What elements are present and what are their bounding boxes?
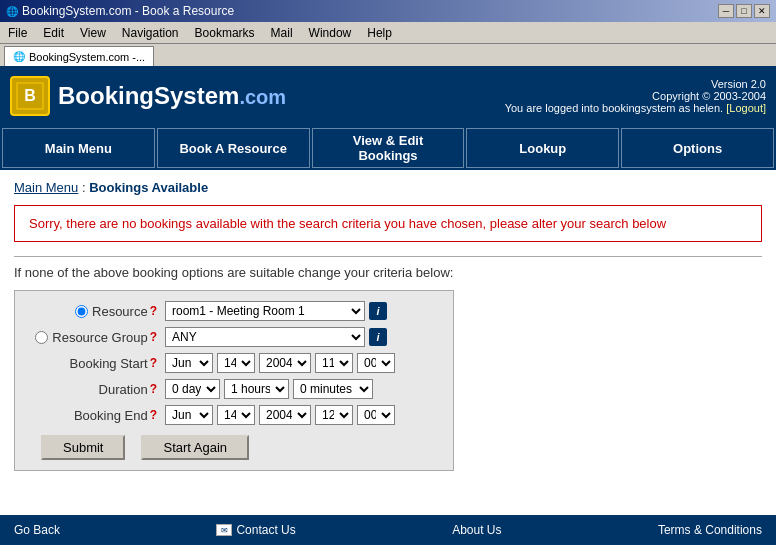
form-buttons: Submit Start Again [31, 435, 437, 460]
footer: Go Back ✉ Contact Us About Us Terms & Co… [0, 515, 776, 545]
resource-info-icon[interactable]: i [369, 302, 387, 320]
resource-group-help-icon[interactable]: ? [150, 330, 157, 344]
resource-group-label: Resource Group ? [31, 330, 161, 345]
menu-bar: File Edit View Navigation Bookmarks Mail… [0, 22, 776, 44]
nav-lookup[interactable]: Lookup [466, 128, 619, 168]
logo-main: BookingSystem [58, 82, 239, 109]
menu-window[interactable]: Window [305, 24, 356, 42]
resource-label: Resource ? [31, 304, 161, 319]
window: 🌐 BookingSystem.com - Book a Resource ─ … [0, 0, 776, 545]
resource-group-select[interactable]: ANY [165, 327, 365, 347]
duration-minutes-select[interactable]: 0 minutes 15 minutes 30 minutes 45 minut… [293, 379, 373, 399]
menu-edit[interactable]: Edit [39, 24, 68, 42]
header-right: Version 2.0 Copyright © 2003-2004 You ar… [505, 78, 766, 114]
breadcrumb-current: Bookings Available [89, 180, 208, 195]
window-title: BookingSystem.com - Book a Resource [22, 4, 234, 18]
duration-label: Duration ? [31, 382, 161, 397]
footer-contact-us[interactable]: Contact Us [236, 523, 295, 537]
breadcrumb-parent[interactable]: Main Menu [14, 180, 78, 195]
booking-start-year[interactable]: 2004 [259, 353, 311, 373]
resource-group-row: Resource Group ? ANY i [31, 327, 437, 347]
mail-icon: ✉ [216, 524, 232, 536]
error-box: Sorry, there are no bookings available w… [14, 205, 762, 242]
footer-about-us[interactable]: About Us [452, 523, 501, 537]
resource-help-icon[interactable]: ? [150, 304, 157, 318]
booking-end-hour[interactable]: 12 [315, 405, 353, 425]
maximize-button[interactable]: □ [736, 4, 752, 18]
menu-navigation[interactable]: Navigation [118, 24, 183, 42]
start-again-button[interactable]: Start Again [141, 435, 249, 460]
nav-book-resource[interactable]: Book A Resource [157, 128, 310, 168]
title-bar: 🌐 BookingSystem.com - Book a Resource ─ … [0, 0, 776, 22]
criteria-text: If none of the above booking options are… [14, 265, 762, 280]
menu-file[interactable]: File [4, 24, 31, 42]
duration-help-icon[interactable]: ? [150, 382, 157, 396]
nav-options[interactable]: Options [621, 128, 774, 168]
browser-tab[interactable]: 🌐 BookingSystem.com -... [4, 46, 154, 66]
nav-view-edit[interactable]: View & Edit Bookings [312, 128, 465, 168]
resource-radio[interactable] [75, 305, 88, 318]
booking-start-hour[interactable]: 11 [315, 353, 353, 373]
duration-row: Duration ? 0 days 1 days 2 days 0 hours … [31, 379, 437, 399]
booking-start-minute[interactable]: 00 [357, 353, 395, 373]
submit-button[interactable]: Submit [41, 435, 125, 460]
booking-end-row: Booking End ? Jun 14 2004 12 [31, 405, 437, 425]
booking-start-row: Booking Start ? Jun 14 2004 11 [31, 353, 437, 373]
logo-text: BookingSystem.com [58, 82, 286, 110]
resource-select[interactable]: room1 - Meeting Room 1 [165, 301, 365, 321]
booking-start-day[interactable]: 14 [217, 353, 255, 373]
resource-group-info-icon[interactable]: i [369, 328, 387, 346]
menu-mail[interactable]: Mail [267, 24, 297, 42]
logo-dot: .com [239, 86, 286, 108]
minimize-button[interactable]: ─ [718, 4, 734, 18]
title-bar-left: 🌐 BookingSystem.com - Book a Resource [6, 4, 234, 18]
title-bar-buttons: ─ □ ✕ [718, 4, 770, 18]
close-button[interactable]: ✕ [754, 4, 770, 18]
tab-label: BookingSystem.com -... [29, 51, 145, 63]
menu-view[interactable]: View [76, 24, 110, 42]
divider [14, 256, 762, 257]
booking-end-minute[interactable]: 00 [357, 405, 395, 425]
footer-contact: ✉ Contact Us [216, 523, 295, 537]
breadcrumb: Main Menu : Bookings Available [14, 180, 762, 195]
booking-start-month[interactable]: Jun [165, 353, 213, 373]
content-area: B BookingSystem.com Version 2.0 Copyrigh… [0, 66, 776, 545]
error-message: Sorry, there are no bookings available w… [29, 216, 666, 231]
tab-icon: 🌐 [13, 51, 25, 62]
resource-group-radio[interactable] [35, 331, 48, 344]
booking-end-month[interactable]: Jun [165, 405, 213, 425]
footer-terms[interactable]: Terms & Conditions [658, 523, 762, 537]
footer-go-back[interactable]: Go Back [14, 523, 60, 537]
login-text: You are logged into bookingsystem as hel… [505, 102, 766, 114]
menu-bookmarks[interactable]: Bookmarks [191, 24, 259, 42]
resource-row: Resource ? room1 - Meeting Room 1 i [31, 301, 437, 321]
menu-help[interactable]: Help [363, 24, 396, 42]
nav-main-menu[interactable]: Main Menu [2, 128, 155, 168]
booking-end-day[interactable]: 14 [217, 405, 255, 425]
booking-end-label: Booking End ? [31, 408, 161, 423]
svg-text:B: B [24, 87, 36, 104]
booking-end-year[interactable]: 2004 [259, 405, 311, 425]
page-content: Main Menu : Bookings Available Sorry, th… [0, 170, 776, 481]
logo-area: B BookingSystem.com [10, 76, 286, 116]
version-text: Version 2.0 [505, 78, 766, 90]
search-form: Resource ? room1 - Meeting Room 1 i Reso… [14, 290, 454, 471]
duration-days-select[interactable]: 0 days 1 days 2 days [165, 379, 220, 399]
app-icon: 🌐 [6, 6, 18, 17]
duration-hours-select[interactable]: 0 hours 1 hours 2 hours [224, 379, 289, 399]
logo-icon: B [10, 76, 50, 116]
site-header: B BookingSystem.com Version 2.0 Copyrigh… [0, 66, 776, 126]
nav-bar: Main Menu Book A Resource View & Edit Bo… [0, 126, 776, 170]
booking-start-label: Booking Start ? [31, 356, 161, 371]
booking-end-help-icon[interactable]: ? [150, 408, 157, 422]
copyright-text: Copyright © 2003-2004 [505, 90, 766, 102]
tab-bar: 🌐 BookingSystem.com -... [0, 44, 776, 66]
logout-link[interactable]: [Logout] [726, 102, 766, 114]
booking-start-help-icon[interactable]: ? [150, 356, 157, 370]
